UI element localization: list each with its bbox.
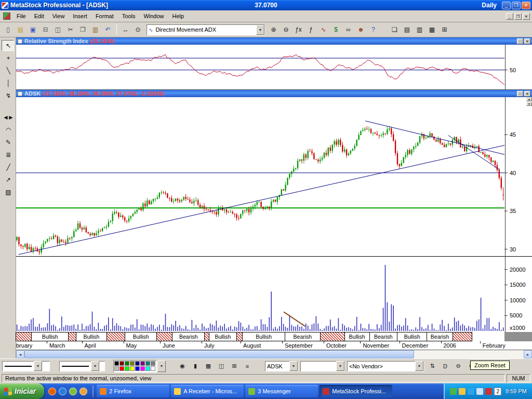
system-tester-button[interactable]: ∿ <box>317 24 329 35</box>
tray-update-icon[interactable] <box>459 388 466 395</box>
scales-button-button[interactable]: ≡ <box>241 361 254 372</box>
updown-button-button[interactable]: ⇅ <box>426 361 438 372</box>
arrange-icons-button[interactable]: ⊞ <box>438 24 450 35</box>
calendar-button-button[interactable]: ▦ <box>202 361 215 372</box>
media-quick-icon[interactable] <box>79 388 87 395</box>
dropdown-arrow-icon[interactable]: ▼ <box>336 361 344 371</box>
print-preview-button[interactable]: ◫ <box>52 24 64 35</box>
price-volume-chart[interactable]: ▲ ▼ 454035302000015000100005000x1000 <box>16 97 532 332</box>
zoom-button[interactable]: ⊙ <box>132 24 144 35</box>
scroll-left-button[interactable]: ◄ <box>16 350 24 358</box>
vendor-dropdown[interactable]: <No Vendor> ▼ <box>347 361 424 371</box>
tray-msn-icon[interactable] <box>450 388 457 395</box>
vertical-line-tool[interactable]: │ <box>2 77 14 88</box>
zigzag-tool[interactable]: ↯ <box>2 90 14 101</box>
context-help-button[interactable]: ? <box>367 24 379 35</box>
menu-insert[interactable]: Insert <box>69 11 91 21</box>
horizontal-scrollbar[interactable]: ◄ ► <box>16 350 532 358</box>
indicator-builder-button[interactable]: ƒx <box>292 24 304 35</box>
pan-chart-button[interactable]: ↔ <box>119 24 131 35</box>
indicator-dropdown[interactable]: ∿ Directnl Movement ADX ▼ <box>147 24 265 35</box>
bar-style-button-button[interactable]: ▮ <box>189 361 202 372</box>
mdi-minimize-button[interactable]: _ <box>506 13 513 20</box>
task-outlook[interactable]: A Receber - Micros... <box>171 385 244 397</box>
rsi-maximize-button[interactable]: □ <box>517 38 523 44</box>
color-swatch-5[interactable] <box>135 361 140 366</box>
color-dropdown-arrow-icon[interactable]: ▼ <box>157 361 166 372</box>
price-close-button[interactable]: ✕ <box>524 91 530 97</box>
restore-button[interactable]: ❐ <box>512 2 521 9</box>
color-swatch-14[interactable] <box>140 366 145 371</box>
rsi-close-button[interactable]: ✕ <box>524 38 530 44</box>
tile-horizontal-button[interactable]: ▥ <box>414 24 425 35</box>
expert-advisor-button[interactable]: ☻ <box>355 24 367 35</box>
dropdown-arrow-icon[interactable]: ▼ <box>415 361 423 371</box>
close-button[interactable]: ✕ <box>522 2 530 9</box>
dropdown-arrow-icon[interactable]: ▼ <box>256 25 264 35</box>
plot-style-button-button[interactable]: ◉ <box>176 361 189 372</box>
price-maximize-button[interactable]: □ <box>517 91 523 97</box>
price-window-caption[interactable]: ADSK (37.1500, 38.1000, 36.3900, 37.0700… <box>16 90 532 97</box>
scroll-right-button[interactable]: ► <box>524 350 532 358</box>
menu-view[interactable]: View <box>48 11 69 21</box>
new-chart-button[interactable]: ▯ <box>2 24 14 35</box>
pattern-fill-tool[interactable]: ▨ <box>2 187 14 197</box>
color-swatch-2[interactable] <box>119 361 124 366</box>
firefox-quick-icon[interactable] <box>48 388 56 395</box>
tile-vertical-button[interactable]: ▦ <box>426 24 438 35</box>
quotes-button[interactable]: $ <box>330 24 342 35</box>
dropdown-arrow-icon[interactable]: ▼ <box>91 361 99 371</box>
line-weight-dropdown[interactable]: ▼ <box>59 361 105 371</box>
tray-antivirus-icon[interactable] <box>485 388 492 395</box>
color-swatch-10[interactable] <box>119 366 124 371</box>
taskbar-clock[interactable]: 9:59 PM <box>506 388 527 394</box>
messenger-quick-icon[interactable] <box>69 388 77 395</box>
save-chart-button[interactable]: ▣ <box>27 24 39 35</box>
scrollbar-track[interactable] <box>24 350 524 358</box>
fibonacci-tool[interactable]: ≣ <box>2 149 14 160</box>
new-window-button[interactable]: ❏ <box>389 24 401 35</box>
zoom-in-button[interactable]: ⊕ <box>268 24 280 35</box>
expert-builder-button[interactable]: ƒ <box>305 24 317 35</box>
pane-scroll-down-button[interactable]: ▼ <box>526 102 532 106</box>
minimize-button[interactable]: _ <box>502 2 511 9</box>
dropdown-arrow-icon[interactable]: ▼ <box>34 361 42 371</box>
tray-volume-icon[interactable] <box>476 388 483 395</box>
scroll-tools[interactable]: ◄► <box>2 112 14 123</box>
mdi-restore-button[interactable]: ❐ <box>514 13 522 20</box>
zoom-out-button-button[interactable]: ⊖ <box>452 361 464 372</box>
color-swatch-1[interactable] <box>114 361 119 366</box>
menu-edit[interactable]: Edit <box>30 11 48 21</box>
color-swatch-12[interactable] <box>130 366 135 371</box>
diagonal-line-tool[interactable]: ╱ <box>2 162 14 172</box>
copy-button[interactable]: ❐ <box>77 24 89 35</box>
grid-button-button[interactable]: ⊞ <box>228 361 241 372</box>
trendline-tool[interactable]: ╲ <box>2 65 14 76</box>
zoom-out-button[interactable]: ⊖ <box>280 24 292 35</box>
print-button[interactable]: ⊟ <box>39 24 51 35</box>
rsi-chart[interactable]: 50 <box>16 45 532 89</box>
paste-button[interactable]: ▥ <box>89 24 101 35</box>
menu-help[interactable]: Help <box>168 11 189 21</box>
color-palette[interactable] <box>113 360 157 373</box>
pane-scroll-up-button[interactable]: ▲ <box>526 97 532 101</box>
color-swatch-8[interactable] <box>151 361 155 366</box>
rsi-window-caption[interactable]: Relative Strength Index (25.3340) □ ✕ <box>16 37 532 45</box>
task-firefox[interactable]: 2 Firefox <box>97 385 169 397</box>
color-swatch-4[interactable] <box>130 361 135 366</box>
color-swatch-9[interactable] <box>114 366 119 371</box>
color-swatch-7[interactable] <box>145 361 150 366</box>
undo-button[interactable]: ↶ <box>102 24 114 35</box>
tray-network-icon[interactable] <box>468 388 474 395</box>
pointer-tool[interactable]: ↖ <box>2 40 14 51</box>
scrollbar-thumb[interactable] <box>24 350 414 358</box>
color-swatch-11[interactable] <box>125 366 129 371</box>
arc-tool[interactable]: ◠ <box>2 124 14 135</box>
arrow-tool[interactable]: ↗ <box>2 174 14 185</box>
daily-button-button[interactable]: D <box>439 361 451 372</box>
crosshair-tool[interactable]: + <box>2 52 14 63</box>
page-layout-button-button[interactable]: ◫ <box>215 361 228 372</box>
color-swatch-6[interactable] <box>140 361 145 366</box>
explorer-binoculars-button[interactable]: ∞ <box>342 24 354 35</box>
color-swatch-16[interactable] <box>151 366 155 371</box>
